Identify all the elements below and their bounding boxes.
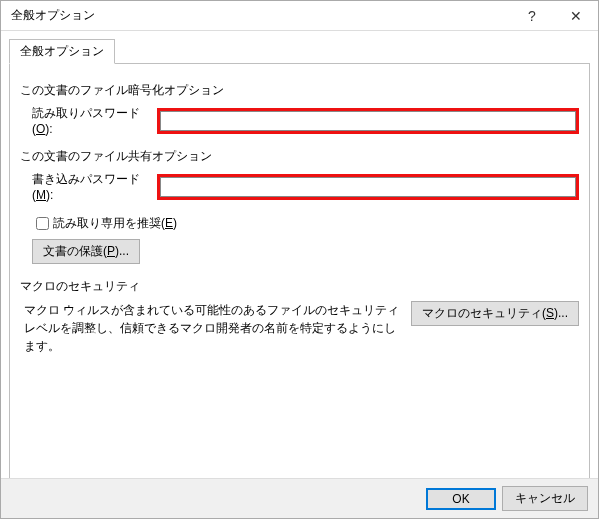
close-button[interactable]: ✕: [554, 1, 598, 31]
cancel-button[interactable]: キャンセル: [502, 486, 588, 511]
write-password-label: 書き込みパスワード(M):: [32, 171, 157, 202]
ok-button[interactable]: OK: [426, 488, 496, 510]
macro-security-row: マクロ ウィルスが含まれている可能性のあるファイルのセキュリティ レベルを調整し…: [20, 301, 579, 355]
protect-document-button[interactable]: 文書の保護(P)...: [32, 239, 140, 264]
write-password-row: 書き込みパスワード(M):: [20, 171, 579, 202]
dialog-title: 全般オプション: [11, 7, 510, 24]
write-password-input[interactable]: [160, 177, 576, 197]
read-password-highlight: [157, 108, 579, 134]
readonly-recommend-label: 読み取り専用を推奨(E): [53, 215, 177, 232]
tab-general-options[interactable]: 全般オプション: [9, 39, 115, 64]
read-password-input[interactable]: [160, 111, 576, 131]
macro-security-button[interactable]: マクロのセキュリティ(S)...: [411, 301, 579, 326]
readonly-recommend-checkbox[interactable]: [36, 217, 49, 230]
read-password-row: 読み取りパスワード(O):: [20, 105, 579, 136]
macro-security-text: マクロ ウィルスが含まれている可能性のあるファイルのセキュリティ レベルを調整し…: [24, 301, 411, 355]
help-button[interactable]: ?: [510, 1, 554, 31]
client-area: 全般オプション この文書のファイル暗号化オプション 読み取りパスワード(O): …: [1, 31, 598, 478]
share-section-label: この文書のファイル共有オプション: [20, 148, 579, 165]
general-options-dialog: 全般オプション ? ✕ 全般オプション この文書のファイル暗号化オプション 読み…: [0, 0, 599, 519]
macro-section-label: マクロのセキュリティ: [20, 278, 579, 295]
tab-panel: この文書のファイル暗号化オプション 読み取りパスワード(O): この文書のファイ…: [9, 63, 590, 478]
tabstrip: 全般オプション: [9, 39, 590, 63]
write-password-highlight: [157, 174, 579, 200]
read-password-label: 読み取りパスワード(O):: [32, 105, 157, 136]
titlebar: 全般オプション ? ✕: [1, 1, 598, 31]
readonly-recommend-row: 読み取り専用を推奨(E): [20, 214, 579, 233]
encrypt-section-label: この文書のファイル暗号化オプション: [20, 82, 579, 99]
dialog-footer: OK キャンセル: [1, 478, 598, 518]
